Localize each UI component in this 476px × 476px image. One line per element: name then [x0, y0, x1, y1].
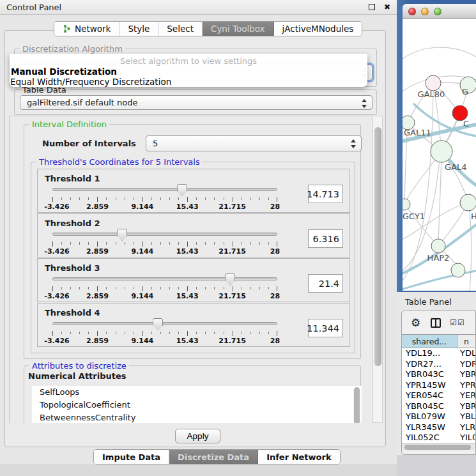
numerical-attributes-label: Numerical Attributes — [28, 371, 127, 381]
slider-thumb[interactable] — [153, 318, 163, 330]
node-label-partial-g: G — [462, 87, 468, 96]
slider-track[interactable] — [52, 233, 277, 236]
tab-discretize-data[interactable]: Discretize Data — [169, 450, 258, 464]
tab-style-label: Style — [128, 24, 150, 34]
column-header-name[interactable]: n — [457, 335, 475, 348]
network-window-frame: GAL80 G C GAL11 GAL4 GCY1 H HAP2 — [397, 0, 476, 292]
node-table: shared... n YDL19...YDL1 YDR27...YDR2 YB… — [402, 334, 475, 450]
select-columns-checkboxes-icon[interactable]: ☑☑ — [450, 318, 465, 327]
columns-icon[interactable] — [431, 318, 441, 328]
node-hap2[interactable] — [431, 239, 445, 253]
node-partial-bottom[interactable] — [451, 263, 465, 277]
close-icon[interactable]: ✖ — [384, 3, 390, 12]
gear-icon[interactable]: ⚙ — [411, 316, 420, 329]
table-rows: YDL19...YDL1 YDR27...YDR2 YBR043CYBR0 YP… — [402, 348, 475, 443]
node-label-gal11: GAL11 — [404, 128, 431, 137]
tab-network[interactable]: Network — [54, 22, 119, 36]
network-icon — [63, 24, 71, 33]
table-row[interactable]: YLR345WYLR3 — [402, 422, 475, 433]
threshold-4-slider[interactable]: -3.426 2.859 9.144 21.715 15.43 28 — [52, 319, 277, 346]
threshold-3-value-field[interactable]: 21.4 — [308, 274, 343, 293]
algorithm-popup-hint: Select algorithm to view settings — [10, 56, 367, 66]
slider-scale-labels: -3.426 2.859 9.144 15.43 21.715 28 — [52, 247, 277, 255]
bottom-band — [0, 464, 397, 476]
table-data-combobox[interactable]: galFiltered.sif default node — [20, 95, 372, 110]
attribute-list-scrollbar[interactable] — [353, 387, 360, 423]
table-row[interactable]: YBR043CYBR0 — [402, 369, 475, 380]
bottom-right-corner — [397, 455, 476, 476]
settings-scroll-viewport: Interval Definition Number of Intervals … — [9, 116, 372, 423]
slider-track[interactable] — [52, 277, 277, 280]
threshold-3-slider[interactable]: -3.426 2.859 9.144 15.43 21.715 28 — [52, 274, 277, 301]
attribute-item[interactable]: BetweennessCentrality — [32, 411, 362, 423]
tab-cyni-toolbox[interactable]: Cyni Toolbox — [203, 22, 274, 36]
scrollbar-thumb[interactable] — [374, 127, 381, 366]
float-window-icon[interactable] — [369, 4, 375, 10]
slider-thumb[interactable] — [117, 229, 127, 241]
slider-thumb[interactable] — [225, 273, 235, 286]
node-gcy1[interactable] — [403, 199, 410, 210]
interval-definition-group-label: Interval Definition — [29, 119, 109, 129]
settings-vertical-scrollbar[interactable] — [372, 116, 383, 423]
number-of-intervals-value: 5 — [153, 139, 158, 148]
control-panel-title: Control Panel — [6, 3, 61, 12]
attribute-item[interactable]: TopologicalCoefficient — [32, 399, 362, 411]
threshold-2-slider[interactable]: -3.426 2.859 9.144 15.43 21.715 28 — [52, 229, 277, 256]
tab-select[interactable]: Select — [158, 22, 203, 36]
bottom-tab-strip: Impute Data Discretize Data Infer Networ… — [93, 449, 341, 464]
table-row[interactable]: YER054CYER0 — [402, 390, 475, 401]
slider-track[interactable] — [52, 322, 277, 325]
minimize-traffic-light-icon[interactable] — [421, 8, 429, 15]
algorithm-option-manual[interactable]: Manual Discretization — [11, 66, 117, 77]
tab-jactivemnodules-label: jActiveMNodules — [282, 24, 354, 34]
zoom-traffic-light-icon[interactable] — [434, 8, 441, 15]
threshold-1-value-field[interactable]: 14.713 — [308, 185, 343, 203]
tab-infer-network[interactable]: Infer Network — [258, 450, 339, 464]
slider-ticks — [52, 242, 277, 247]
slider-ticks — [52, 197, 277, 202]
node-gal80[interactable] — [426, 75, 441, 91]
table-horizontal-scrollbar[interactable] — [402, 443, 475, 450]
threshold-4-value-field[interactable]: 11.344 — [308, 319, 343, 337]
column-header-shared-name[interactable]: shared... — [402, 335, 457, 348]
close-traffic-light-icon[interactable] — [408, 8, 416, 15]
number-of-intervals-combobox[interactable]: 5 — [146, 135, 362, 151]
table-row[interactable]: YDL19...YDL1 — [402, 348, 475, 359]
network-graph: GAL80 G C GAL11 GAL4 GCY1 H HAP2 — [403, 19, 476, 291]
threshold-1-slider[interactable]: -3.426 2.859 9.144 15.43 21.715 28 — [52, 185, 277, 211]
control-panel-titlebar: Control Panel ✖ — [0, 0, 397, 15]
tab-cyni-toolbox-label: Cyni Toolbox — [211, 24, 265, 34]
threshold-1-label: Threshold 1 — [38, 169, 349, 183]
tab-style[interactable]: Style — [119, 22, 158, 36]
scrollbar-thumb[interactable] — [404, 445, 471, 450]
table-panel: Table Panel ⚙ ☑☑ shared... n YDL19...YDL… — [397, 292, 476, 476]
node-gal4[interactable] — [431, 141, 452, 162]
threshold-1-box: Threshold 1 — [37, 169, 350, 213]
threshold-2-value-field[interactable]: 6.316 — [308, 229, 343, 248]
table-header-row: shared... n — [402, 335, 475, 348]
table-row[interactable]: YPR145WYPR1 — [402, 380, 475, 391]
tab-infer-network-label: Infer Network — [266, 452, 331, 462]
tab-jactivemnodules[interactable]: jActiveMNodules — [274, 22, 362, 36]
discretization-algorithm-group-label: Discretization Algorithm — [20, 44, 125, 54]
node-label-partial-h: H — [471, 211, 476, 221]
apply-button[interactable]: Apply — [175, 429, 220, 443]
tab-impute-data[interactable]: Impute Data — [94, 450, 169, 464]
slider-thumb[interactable] — [177, 184, 187, 196]
table-row[interactable]: YBR045CYBR0 — [402, 401, 475, 412]
node-partial-h[interactable] — [460, 194, 476, 211]
slider-track[interactable] — [52, 188, 277, 191]
threshold-3-label: Threshold 3 — [38, 259, 349, 273]
numerical-attributes-list[interactable]: SelfLoops TopologicalCoefficient Between… — [32, 386, 362, 423]
attribute-item[interactable]: SelfLoops — [32, 386, 362, 399]
tab-network-label: Network — [75, 24, 111, 34]
algorithm-option-equal-width[interactable]: Equal Width/Frequency Discretization — [10, 77, 171, 87]
table-row[interactable]: YIL052CYIL0 — [402, 433, 475, 443]
network-canvas[interactable]: GAL80 G C GAL11 GAL4 GCY1 H HAP2 — [403, 19, 476, 291]
interval-definition-group: Interval Definition Number of Intervals … — [24, 124, 361, 359]
node-label-partial-c: C — [463, 119, 469, 128]
table-data-group: Table Data galFiltered.sif default node — [14, 89, 377, 115]
table-row[interactable]: YDR27...YDR2 — [402, 359, 475, 370]
table-panel-title: Table Panel — [397, 292, 476, 307]
table-row[interactable]: YBL079WYBL0 — [402, 411, 475, 422]
